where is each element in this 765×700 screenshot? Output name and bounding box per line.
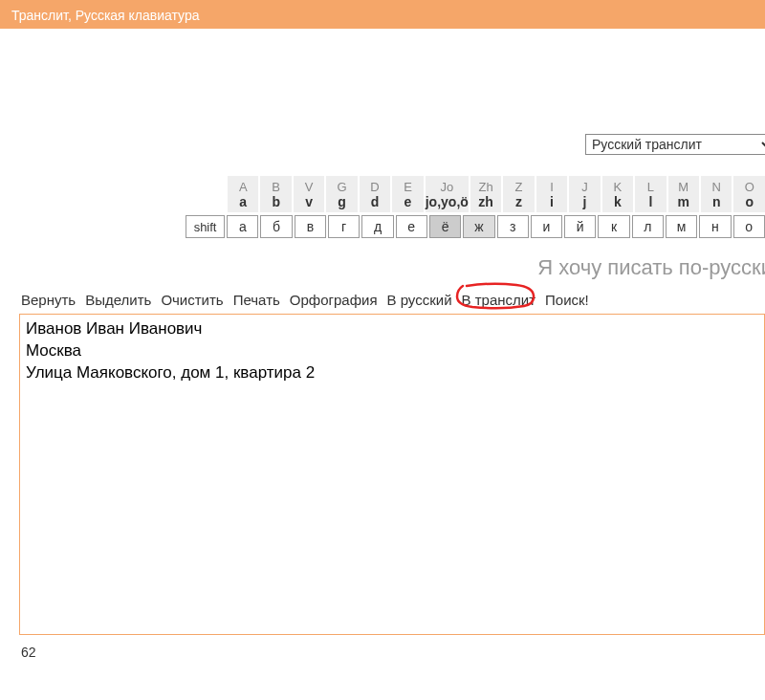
keymap-cell: Dd bbox=[360, 176, 390, 212]
key-к[interactable]: к bbox=[598, 215, 629, 238]
tool-орфография[interactable]: Орфография bbox=[290, 292, 378, 308]
spacer bbox=[0, 29, 765, 134]
keymap-translit: b bbox=[272, 194, 280, 209]
keymap-latin: L bbox=[647, 180, 654, 194]
keymap-cell: Bb bbox=[260, 176, 291, 212]
keymap-translit: g bbox=[338, 194, 346, 209]
key-ё[interactable]: ё bbox=[429, 215, 461, 238]
key-а[interactable]: а bbox=[227, 215, 258, 238]
tool-вернуть[interactable]: Вернуть bbox=[21, 292, 76, 308]
key-г[interactable]: г bbox=[328, 215, 360, 238]
key-в[interactable]: в bbox=[295, 215, 326, 238]
keymap-cell: Jojo,yo,ö bbox=[426, 176, 469, 212]
keymap-latin: Jo bbox=[440, 180, 453, 194]
keymap-latin: I bbox=[550, 180, 554, 194]
keymap-latin: Z bbox=[515, 180, 523, 194]
key-е[interactable]: е bbox=[396, 215, 427, 238]
editor-textarea[interactable] bbox=[19, 314, 765, 635]
keymap-latin: B bbox=[272, 180, 280, 194]
key-з[interactable]: з bbox=[497, 215, 529, 238]
keymap-cell: Vv bbox=[294, 176, 324, 212]
keymap-latin: M bbox=[678, 180, 688, 194]
keymap-latin: Zh bbox=[478, 180, 492, 194]
keymap-latin: V bbox=[305, 180, 314, 194]
key-ж[interactable]: ж bbox=[463, 215, 494, 238]
tool-очистить[interactable]: Очистить bbox=[161, 292, 223, 308]
mode-select[interactable]: Русский транслит bbox=[585, 134, 765, 155]
keymap: AaBbVvGgDdEeJojo,yo,öZhzhZzIiJjKkLlMmNnO… bbox=[0, 176, 765, 212]
keymap-translit: i bbox=[550, 194, 554, 209]
keymap-latin: O bbox=[745, 180, 754, 194]
keymap-latin: K bbox=[614, 180, 623, 194]
keymap-top-row: AaBbVvGgDdEeJojo,yo,öZhzhZzIiJjKkLlMmNnO… bbox=[228, 176, 765, 212]
tool-выделить[interactable]: Выделить bbox=[85, 292, 151, 308]
key-о[interactable]: о bbox=[733, 215, 765, 238]
keymap-latin: J bbox=[581, 180, 588, 194]
key-row: shiftабвгдеёжзийклмно bbox=[0, 215, 765, 238]
keymap-cell: Kk bbox=[602, 176, 633, 212]
char-counter: 62 bbox=[0, 639, 765, 660]
key-д[interactable]: д bbox=[361, 215, 393, 238]
keymap-translit: a bbox=[239, 194, 247, 209]
keymap-translit: k bbox=[614, 194, 622, 209]
keymap-translit: m bbox=[678, 194, 689, 209]
keymap-cell: Ee bbox=[392, 176, 423, 212]
keymap-translit: l bbox=[648, 194, 652, 209]
keymap-translit: zh bbox=[478, 194, 493, 209]
keymap-cell: Ll bbox=[635, 176, 666, 212]
tool-в-транслит[interactable]: В транслит bbox=[462, 292, 536, 308]
keymap-translit: n bbox=[712, 194, 721, 209]
keymap-translit: v bbox=[305, 194, 313, 209]
keymap-translit: o bbox=[745, 194, 754, 209]
keymap-cell: Zz bbox=[503, 176, 534, 212]
keymap-translit: jo,yo,ö bbox=[426, 194, 469, 209]
keymap-cell: Mm bbox=[668, 176, 699, 212]
keymap-translit: d bbox=[371, 194, 380, 209]
keymap-latin: D bbox=[370, 180, 379, 194]
keymap-cell: Zhzh bbox=[470, 176, 501, 212]
tool-в-русский[interactable]: В русский bbox=[387, 292, 452, 308]
keymap-cell: Ii bbox=[536, 176, 567, 212]
page-title: Транслит, Русская клавиатура bbox=[11, 8, 200, 23]
keymap-translit: e bbox=[404, 194, 412, 209]
key-л[interactable]: л bbox=[632, 215, 664, 238]
keymap-translit: j bbox=[582, 194, 586, 209]
keymap-latin: E bbox=[404, 180, 412, 194]
keymap-cell: Oo bbox=[733, 176, 764, 212]
keymap-cell: Gg bbox=[326, 176, 357, 212]
key-б[interactable]: б bbox=[260, 215, 292, 238]
key-м[interactable]: м bbox=[666, 215, 697, 238]
tagline: Я хочу писать по-русски bbox=[0, 238, 765, 286]
mode-select-row: Русский транслит bbox=[0, 134, 765, 155]
keymap-latin: G bbox=[338, 180, 347, 194]
keymap-cell: Nn bbox=[701, 176, 732, 212]
keymap-latin: A bbox=[239, 180, 248, 194]
keymap-latin: N bbox=[712, 180, 721, 194]
header-bar: Транслит, Русская клавиатура bbox=[0, 0, 765, 29]
keymap-cell: Jj bbox=[569, 176, 600, 212]
key-й[interactable]: й bbox=[564, 215, 596, 238]
key-н[interactable]: н bbox=[699, 215, 731, 238]
keymap-translit: z bbox=[515, 194, 522, 209]
shift-key[interactable]: shift bbox=[186, 215, 225, 238]
tool-печать[interactable]: Печать bbox=[233, 292, 280, 308]
keymap-cell: Aa bbox=[228, 176, 258, 212]
tool-поиск-[interactable]: Поиск! bbox=[545, 292, 589, 308]
toolbar: ВернутьВыделитьОчиститьПечатьОрфографияВ… bbox=[0, 286, 765, 314]
key-и[interactable]: и bbox=[531, 215, 562, 238]
